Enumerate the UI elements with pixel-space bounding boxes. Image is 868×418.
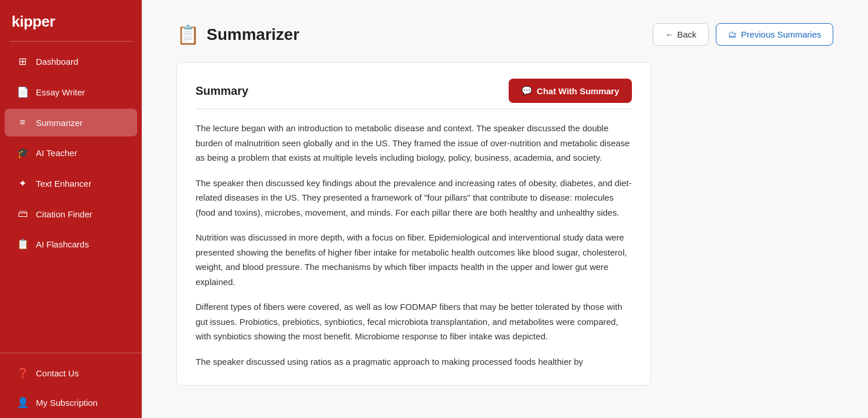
sidebar-item-label: Contact Us bbox=[36, 368, 79, 378]
sidebar-item-essay-writer[interactable]: 📄 Essay Writer bbox=[5, 78, 137, 106]
summary-divider bbox=[196, 109, 632, 109]
main-content: 📋 Summarizer ← Back 🗂 Previous Summaries… bbox=[142, 0, 868, 418]
page-title: Summarizer bbox=[207, 25, 299, 44]
ai-flashcards-icon: 📋 bbox=[16, 238, 29, 250]
summary-paragraph-2: The speaker then discussed key findings … bbox=[196, 176, 632, 220]
summary-paragraph-5: The speaker discussed using ratios as a … bbox=[196, 354, 632, 369]
previous-summaries-button[interactable]: 🗂 Previous Summaries bbox=[716, 23, 833, 46]
app-logo: kipper bbox=[0, 0, 142, 41]
sidebar-item-label: Summarizer bbox=[36, 118, 83, 128]
back-arrow-icon: ← bbox=[665, 29, 674, 39]
sidebar-item-ai-teacher[interactable]: 🎓 AI Teacher bbox=[5, 139, 137, 167]
sidebar-divider bbox=[9, 41, 133, 42]
summary-paragraph-1: The lecture began with an introduction t… bbox=[196, 121, 632, 165]
dashboard-icon: ⊞ bbox=[16, 56, 29, 68]
ai-teacher-icon: 🎓 bbox=[16, 147, 29, 159]
sidebar-item-label: Citation Finder bbox=[36, 209, 93, 219]
summary-content: The lecture began with an introduction t… bbox=[196, 121, 632, 369]
summary-card: Summary 💬 Chat With Summary The lecture … bbox=[176, 62, 651, 386]
page-header: 📋 Summarizer ← Back 🗂 Previous Summaries bbox=[176, 23, 833, 46]
header-buttons: ← Back 🗂 Previous Summaries bbox=[653, 23, 833, 46]
summary-card-header: Summary 💬 Chat With Summary bbox=[196, 79, 632, 103]
sidebar-item-ai-flashcards[interactable]: 📋 AI Flashcards bbox=[5, 230, 137, 258]
summarizer-icon: ≡ bbox=[16, 117, 29, 128]
sidebar-item-label: My Subscription bbox=[36, 398, 98, 408]
prev-summaries-label: Previous Summaries bbox=[741, 29, 821, 39]
sidebar-item-my-subscription[interactable]: 👤 My Subscription bbox=[5, 389, 137, 417]
sidebar-item-label: Essay Writer bbox=[36, 87, 85, 97]
contact-us-icon: ❓ bbox=[16, 367, 29, 379]
summary-paragraph-3: Nutrition was discussed in more depth, w… bbox=[196, 230, 632, 289]
sidebar-item-label: AI Flashcards bbox=[36, 239, 89, 249]
chat-icon: 💬 bbox=[521, 86, 532, 96]
back-button-label: Back bbox=[677, 29, 696, 39]
chat-button-label: Chat With Summary bbox=[537, 86, 619, 96]
summary-paragraph-4: Different types of fibers were covered, … bbox=[196, 299, 632, 344]
sidebar-item-citation-finder[interactable]: 🗃 Citation Finder bbox=[5, 200, 137, 228]
sidebar-item-summarizer[interactable]: ≡ Summarizer bbox=[5, 109, 137, 136]
essay-writer-icon: 📄 bbox=[16, 86, 29, 98]
citation-finder-icon: 🗃 bbox=[16, 208, 29, 220]
sidebar-item-dashboard[interactable]: ⊞ Dashboard bbox=[5, 47, 137, 76]
sidebar-item-text-enhancer[interactable]: ✦ Text Enhancer bbox=[5, 169, 137, 198]
back-button[interactable]: ← Back bbox=[653, 23, 708, 46]
sidebar-bottom: ❓ Contact Us 👤 My Subscription bbox=[0, 353, 142, 418]
page-title-icon: 📋 bbox=[176, 24, 200, 46]
sidebar-item-contact-us[interactable]: ❓ Contact Us bbox=[5, 359, 137, 387]
prev-summaries-icon: 🗂 bbox=[728, 29, 737, 39]
chat-with-summary-button[interactable]: 💬 Chat With Summary bbox=[509, 79, 632, 103]
sidebar: kipper ⊞ Dashboard 📄 Essay Writer ≡ Summ… bbox=[0, 0, 142, 418]
sidebar-item-label: AI Teacher bbox=[36, 148, 77, 158]
my-subscription-icon: 👤 bbox=[16, 397, 29, 409]
summary-title: Summary bbox=[196, 84, 248, 98]
text-enhancer-icon: ✦ bbox=[16, 177, 29, 190]
sidebar-item-label: Dashboard bbox=[36, 57, 78, 66]
page-title-area: 📋 Summarizer bbox=[176, 24, 299, 46]
sidebar-item-label: Text Enhancer bbox=[36, 179, 91, 188]
